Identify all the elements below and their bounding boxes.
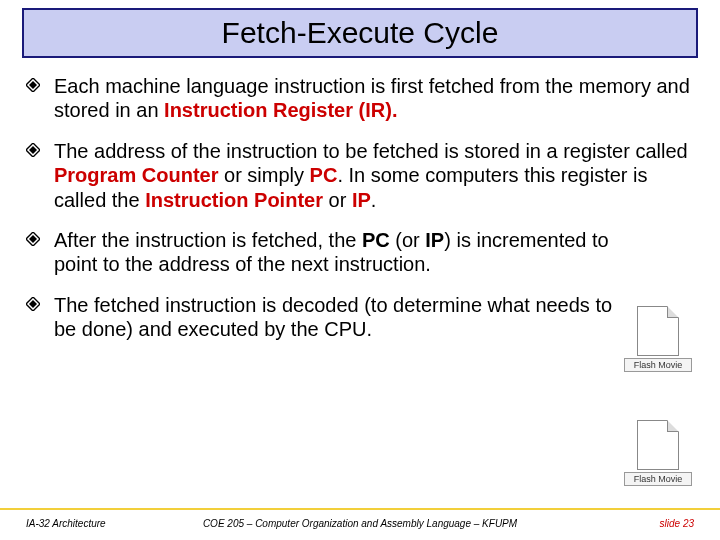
bullet-2: The address of the instruction to be fet…	[26, 139, 694, 212]
bullet-text: After the instruction is fetched, the PC…	[54, 229, 609, 275]
title-box: Fetch-Execute Cycle	[22, 8, 698, 58]
slide-footer: IA-32 Architecture COE 205 – Computer Or…	[0, 514, 720, 532]
bullet-4: The fetched instruction is decoded (to d…	[26, 293, 694, 342]
keyword-pc: PC	[362, 229, 390, 251]
bullet-3: After the instruction is fetched, the PC…	[26, 228, 694, 277]
keyword-program-counter: Program Counter	[54, 164, 218, 186]
footer-right: slide 23	[660, 518, 694, 529]
diamond-bullet-icon	[26, 78, 40, 92]
bullet-1: Each machine language instruction is fir…	[26, 74, 694, 123]
bullet-text: Each machine language instruction is fir…	[54, 75, 690, 121]
flash-movie-link-1[interactable]: Flash Movie	[624, 306, 692, 372]
bullet-text: The address of the instruction to be fet…	[54, 140, 688, 211]
svg-marker-7	[29, 300, 37, 308]
footer-stripe	[0, 508, 720, 510]
text-span: The address of the instruction to be fet…	[54, 140, 688, 162]
keyword-instruction-register: Instruction Register	[164, 99, 353, 121]
text-span: .	[371, 189, 377, 211]
keyword-ip: IP	[425, 229, 444, 251]
text-span: (IR).	[353, 99, 397, 121]
footer-left: IA-32 Architecture	[26, 518, 106, 529]
slide: Fetch-Execute Cycle Each machine languag…	[0, 0, 720, 540]
flash-movie-link-2[interactable]: Flash Movie	[624, 420, 692, 486]
text-span: After the instruction is fetched, the	[54, 229, 362, 251]
footer-center: COE 205 – Computer Organization and Asse…	[0, 518, 720, 529]
svg-marker-1	[29, 81, 37, 89]
svg-marker-5	[29, 235, 37, 243]
keyword-instruction-pointer: Instruction Pointer	[145, 189, 323, 211]
keyword-pc: PC	[310, 164, 338, 186]
text-span: (or	[390, 229, 426, 251]
bullet-text: The fetched instruction is decoded (to d…	[54, 294, 612, 340]
text-span: or simply	[218, 164, 309, 186]
document-icon	[637, 306, 679, 356]
diamond-bullet-icon	[26, 297, 40, 311]
flash-movie-label: Flash Movie	[624, 472, 692, 486]
diamond-bullet-icon	[26, 143, 40, 157]
svg-marker-3	[29, 146, 37, 154]
slide-body: Each machine language instruction is fir…	[26, 74, 694, 358]
flash-movie-label: Flash Movie	[624, 358, 692, 372]
document-icon	[637, 420, 679, 470]
text-span: or	[323, 189, 352, 211]
slide-title: Fetch-Execute Cycle	[222, 16, 499, 50]
diamond-bullet-icon	[26, 232, 40, 246]
keyword-ip: IP	[352, 189, 371, 211]
